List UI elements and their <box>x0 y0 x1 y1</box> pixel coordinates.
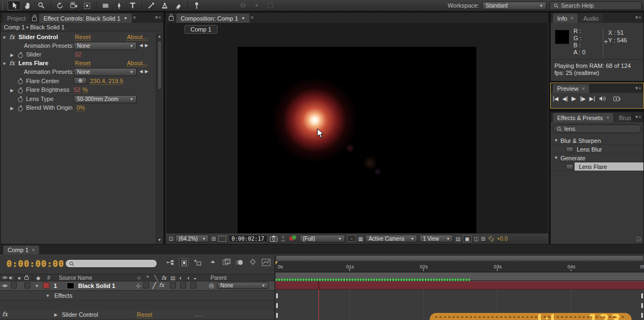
preset-prev-icon[interactable]: ◀ <box>139 69 143 74</box>
threed-switch-box[interactable] <box>190 283 196 288</box>
timeline-current-time[interactable]: 0:00:00:00 <box>7 259 64 269</box>
twirl-closed-icon[interactable]: ▶ <box>10 106 14 111</box>
search-help-input[interactable] <box>561 2 638 9</box>
panel-menu-icon[interactable]: ▼≡ <box>632 15 643 20</box>
scroll-up-icon[interactable]: ▲ <box>156 33 163 40</box>
flare-brightness-value[interactable]: 52 <box>74 86 80 93</box>
puppet-pin-tool-button[interactable] <box>190 1 203 10</box>
audio-toggle-box[interactable] <box>11 283 17 288</box>
layer-label-swatch[interactable] <box>43 283 49 288</box>
slider-value[interactable]: 52 <box>75 51 81 58</box>
brainstorm-icon[interactable] <box>248 259 257 266</box>
quality-switch-box[interactable] <box>143 283 149 288</box>
layer-duration-bar[interactable] <box>276 281 644 290</box>
twirl-open-icon[interactable]: ▼ <box>2 35 7 40</box>
animation-presets-dropdown[interactable]: None ▼ <box>74 42 137 50</box>
region-of-interest-icon[interactable] <box>218 236 226 242</box>
motion-blur-icon[interactable] <box>235 259 244 266</box>
snapshot-camera-icon[interactable] <box>270 235 278 242</box>
pan-behind-tool-button[interactable] <box>80 1 94 10</box>
panel-corner-icon[interactable]: ◲ <box>636 236 641 242</box>
comp-frame[interactable] <box>238 47 476 233</box>
selection-tool-button[interactable] <box>8 1 21 10</box>
parent-column-label[interactable]: Parent <box>211 275 226 281</box>
eraser-tool-button[interactable] <box>171 1 185 10</box>
twirl-open-icon[interactable]: ▼ <box>2 61 7 66</box>
lock-icon[interactable] <box>32 17 37 21</box>
tab-preview[interactable]: Preview × <box>553 84 589 93</box>
grid-guides-icon[interactable]: ▤ <box>455 236 460 242</box>
animation-presets-dropdown[interactable]: None ▼ <box>74 68 137 76</box>
show-channel-icon[interactable] <box>289 235 297 242</box>
frame-blend-icon[interactable] <box>222 259 231 266</box>
zoom-tool-button[interactable] <box>35 1 48 10</box>
close-icon[interactable]: × <box>133 15 136 21</box>
stopwatch-icon[interactable] <box>18 106 23 111</box>
camera-view-dropdown[interactable]: Active Camera ▼ <box>365 235 417 242</box>
first-frame-button[interactable]: |◀ <box>553 96 558 102</box>
work-area-bar[interactable] <box>276 255 644 261</box>
close-icon[interactable]: × <box>570 15 573 21</box>
blend-value[interactable]: 0% <box>76 104 85 111</box>
layer-visibility-icon[interactable] <box>2 284 8 288</box>
shy-layers-icon[interactable] <box>209 259 218 266</box>
tab-timeline-comp1[interactable]: Comp 1 × <box>3 246 39 254</box>
panel-menu-icon[interactable]: ▼≡ <box>632 86 643 91</box>
preset-prev-icon[interactable]: ◀ <box>139 43 143 48</box>
pen-tool-button[interactable] <box>112 1 126 10</box>
magnification-dropdown[interactable]: (64.2%) ▼ <box>175 235 209 242</box>
lock-icon[interactable] <box>169 16 174 21</box>
panel-menu-icon[interactable]: ▼≡ <box>152 15 163 20</box>
view-layout-dropdown[interactable]: 1 View ▼ <box>419 235 453 242</box>
preset-next-icon[interactable]: ▶ <box>145 43 148 48</box>
camera-tool-button[interactable] <box>67 1 80 10</box>
stopwatch-icon[interactable] <box>18 89 23 93</box>
timeline-search-input[interactable] <box>76 260 154 267</box>
layer-row-black-solid[interactable]: ▼ 1 Black Solid 1 ⊹ ╱ fx ◎ None ▼ <box>0 281 275 291</box>
motionblur-switch-box[interactable] <box>180 283 186 288</box>
time-ruler[interactable]: 0s 01s 02s 03s 04s 05 <box>276 262 644 272</box>
twirl-closed-icon[interactable]: ▶ <box>10 88 14 93</box>
layer-fx-switch[interactable]: fx <box>159 282 164 288</box>
panel-menu-icon[interactable]: ▼≡ <box>632 115 643 120</box>
close-icon[interactable]: × <box>251 15 254 21</box>
effect-name[interactable]: Slider Control <box>18 34 58 40</box>
workspace-dropdown[interactable]: Standard ▼ <box>482 2 546 10</box>
current-time-button[interactable]: 0:00:02:17 <box>228 235 267 242</box>
live-update-icon[interactable] <box>179 258 189 267</box>
resolution-dropdown[interactable]: (Full) ▼ <box>299 235 345 242</box>
framemix-switch-box[interactable] <box>170 283 176 288</box>
effect-name[interactable]: Lens Flare <box>18 60 48 66</box>
tab-effect-controls[interactable]: Effect Controls: Black Solid 1 ▼ <box>39 14 132 23</box>
layer-twirl-open-icon[interactable]: ▼ <box>35 284 39 288</box>
lock-toggle-box[interactable] <box>24 283 30 288</box>
twirl-open-icon[interactable]: ▼ <box>551 155 560 160</box>
flowchart-button-icon[interactable]: ⊞ <box>481 236 485 242</box>
clone-stamp-tool-button[interactable] <box>158 1 171 10</box>
safe-zones-icon[interactable]: ⊞ <box>211 236 215 242</box>
next-frame-button[interactable]: |▶ <box>580 96 585 102</box>
previous-frame-button[interactable]: ◀| <box>562 96 568 102</box>
twirl-open-icon[interactable]: ▼ <box>551 138 560 143</box>
tab-project[interactable]: Project <box>3 14 30 23</box>
always-preview-icon[interactable]: ⊡ <box>169 236 173 242</box>
tab-audio[interactable]: Audio <box>579 14 603 23</box>
rotation-tool-button[interactable] <box>53 1 67 10</box>
reset-exposure-icon[interactable] <box>488 235 495 242</box>
current-time-indicator[interactable] <box>276 255 279 290</box>
exposure-value[interactable]: +0.0 <box>497 236 508 242</box>
about-link[interactable]: About... <box>127 34 148 41</box>
twirl-closed-icon[interactable]: ▶ <box>10 53 14 58</box>
stopwatch-icon[interactable] <box>18 79 23 84</box>
about-link[interactable]: About... <box>127 60 148 67</box>
effects-group-row[interactable]: ▼ Effects <box>0 291 275 300</box>
reset-link[interactable]: Reset <box>75 60 91 67</box>
effect-controls-scrollbar[interactable]: ▲ ▼ <box>156 33 163 243</box>
close-icon[interactable]: × <box>606 115 609 121</box>
close-icon[interactable]: × <box>582 86 585 92</box>
type-tool-button[interactable] <box>126 1 139 10</box>
timeline-search-box[interactable] <box>65 259 157 268</box>
effects-group-generate[interactable]: ▼ Generate <box>551 154 643 162</box>
reset-link[interactable]: Reset <box>137 311 152 318</box>
scroll-down-icon[interactable]: ▼ <box>156 237 163 243</box>
